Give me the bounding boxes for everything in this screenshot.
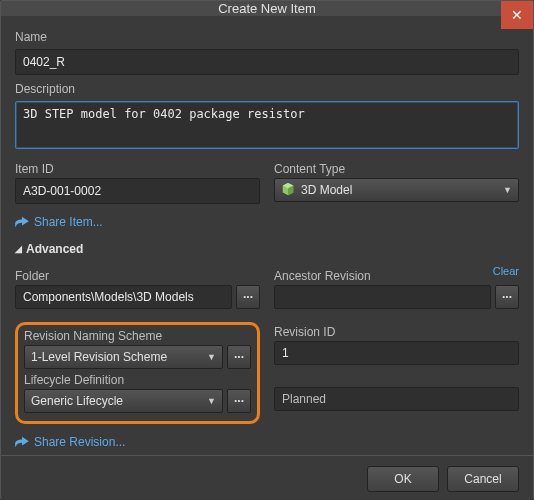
folder-label: Folder xyxy=(15,269,260,283)
description-label: Description xyxy=(15,82,519,96)
rev-scheme-value: 1-Level Revision Scheme xyxy=(31,350,167,364)
rev-scheme-label: Revision Naming Scheme xyxy=(24,329,251,343)
share-icon xyxy=(15,215,29,229)
content-type-label: Content Type xyxy=(274,162,519,176)
chevron-down-icon: ▼ xyxy=(207,396,216,406)
dialog-title: Create New Item xyxy=(218,1,316,16)
share-item-link[interactable]: Share Item... xyxy=(15,215,519,229)
name-input[interactable] xyxy=(15,49,519,75)
content-type-dropdown[interactable]: 3D Model ▼ xyxy=(274,178,519,202)
share-revision-link[interactable]: Share Revision... xyxy=(15,435,519,449)
folder-browse-button[interactable]: ··· xyxy=(236,285,260,309)
create-new-item-dialog: Create New Item ✕ Name Description Item … xyxy=(0,0,534,500)
disclosure-down-icon: ◢ xyxy=(15,244,22,254)
advanced-toggle[interactable]: ◢ Advanced xyxy=(15,242,519,256)
clear-ancestor-link[interactable]: Clear xyxy=(493,265,519,277)
description-input[interactable] xyxy=(15,101,519,149)
lifecycle-dropdown[interactable]: Generic Lifecycle ▼ xyxy=(24,389,223,413)
close-icon: ✕ xyxy=(511,7,523,23)
lifecycle-state-field: Planned xyxy=(274,387,519,411)
share-item-label: Share Item... xyxy=(34,215,103,229)
folder-input[interactable] xyxy=(15,285,232,309)
dialog-content: Name Description Item ID Content Type 3D… xyxy=(1,16,533,455)
advanced-label: Advanced xyxy=(26,242,83,256)
name-label: Name xyxy=(15,30,519,44)
revision-id-input[interactable] xyxy=(274,341,519,365)
item-id-input[interactable] xyxy=(15,178,260,204)
dialog-footer: OK Cancel xyxy=(1,455,533,500)
ancestor-input[interactable] xyxy=(274,285,491,309)
ancestor-browse-button[interactable]: ··· xyxy=(495,285,519,309)
chevron-down-icon: ▼ xyxy=(503,185,512,195)
item-id-label: Item ID xyxy=(15,162,260,176)
lifecycle-label: Lifecycle Definition xyxy=(24,373,251,387)
titlebar: Create New Item ✕ xyxy=(1,1,533,16)
chevron-down-icon: ▼ xyxy=(207,352,216,362)
content-type-value: 3D Model xyxy=(301,183,352,197)
cube-icon xyxy=(281,182,295,199)
share-revision-label: Share Revision... xyxy=(34,435,125,449)
close-button[interactable]: ✕ xyxy=(501,1,533,29)
ancestor-label: Ancestor Revision xyxy=(274,269,519,283)
ok-button[interactable]: OK xyxy=(367,466,439,492)
revision-highlight-box: Revision Naming Scheme 1-Level Revision … xyxy=(15,322,260,424)
revision-id-label: Revision ID xyxy=(274,325,519,339)
lifecycle-state-value: Planned xyxy=(282,392,326,406)
lifecycle-value: Generic Lifecycle xyxy=(31,394,123,408)
rev-scheme-dropdown[interactable]: 1-Level Revision Scheme ▼ xyxy=(24,345,223,369)
rev-scheme-browse-button[interactable]: ··· xyxy=(227,345,251,369)
lifecycle-browse-button[interactable]: ··· xyxy=(227,389,251,413)
share-icon xyxy=(15,435,29,449)
cancel-button[interactable]: Cancel xyxy=(447,466,519,492)
